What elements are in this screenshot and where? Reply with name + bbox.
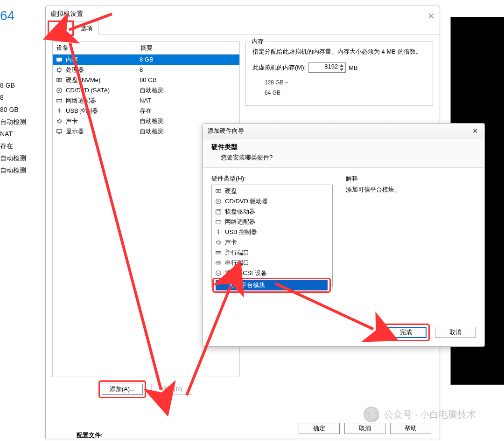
device-row[interactable]: 内存8 GB (53, 55, 239, 65)
hardware-type-item[interactable]: 硬盘 (212, 186, 332, 196)
hardware-type-item[interactable]: 可信平台模块 (216, 280, 328, 290)
display-icon (56, 128, 63, 135)
add-hardware-wizard-dialog: 添加硬件向导 ✕ 硬件类型 您要安装哪类硬件? 硬件类型(H): 硬盘CD/DV… (203, 123, 485, 347)
hardware-type-name: 并行端口 (225, 248, 249, 258)
memory-scale-mark: 128 GB – (265, 79, 426, 90)
device-row[interactable]: CD/DVD (SATA)自动检测 (53, 85, 239, 96)
memory-icon (56, 56, 63, 63)
wizard-titlebar[interactable]: 添加硬件向导 ✕ (203, 124, 484, 138)
device-summary: 自动检测 (137, 85, 239, 96)
device-name: 处理器 (66, 65, 84, 75)
device-row[interactable]: 处理器8 (53, 65, 239, 75)
scsi-icon (215, 269, 222, 277)
parallel-icon (215, 249, 222, 256)
device-name: 声卡 (66, 116, 78, 126)
svg-point-17 (219, 262, 220, 263)
hardware-type-item[interactable]: USB 控制器 (212, 227, 332, 237)
hardware-type-item[interactable]: 串行端口 (212, 258, 332, 268)
wizard-header: 硬件类型 您要安装哪类硬件? (203, 138, 484, 168)
watermark-text: 公众号 · 小白电脑技术 (384, 408, 476, 421)
net-icon (215, 218, 222, 226)
usb-icon (215, 228, 222, 236)
wizard-subheading: 您要安装哪类硬件? (221, 153, 476, 162)
bg-sidebar-item: 8 GB (0, 79, 42, 91)
hardware-type-name: 网络适配器 (225, 217, 255, 227)
hardware-type-item[interactable]: 软盘驱动器 (212, 207, 332, 217)
bg-sidebar-item: 自动检测 (0, 152, 42, 164)
bg-sidebar-item: NAT (0, 128, 42, 140)
sound-icon (56, 117, 63, 125)
add-button[interactable]: 添加(A)... (102, 384, 143, 395)
sound-icon (215, 239, 222, 246)
explanation-label: 解释 (346, 174, 476, 183)
tab-hardware[interactable]: 硬件 (49, 21, 73, 35)
bg-sidebar-item: 自动检测 (0, 164, 42, 176)
cd-icon (56, 87, 63, 94)
add-button-highlight: 添加(A)... (100, 382, 145, 397)
hardware-type-listbox[interactable]: 硬盘CD/DVD 驱动器软盘驱动器网络适配器USB 控制器声卡并行端口串行端口通… (211, 185, 333, 287)
memory-value: 8192 (324, 63, 338, 70)
remove-button[interactable]: 移除(R) (151, 384, 192, 395)
background-title: 64 (0, 8, 14, 23)
hardware-type-name: 通用 SCSI 设备 (225, 268, 267, 278)
memory-unit: MB (349, 64, 358, 71)
svg-point-7 (217, 190, 219, 192)
memory-spinner[interactable] (338, 63, 345, 72)
cancel-button[interactable]: 取消 (344, 423, 385, 434)
hardware-type-name: 可信平台模块 (228, 280, 266, 290)
svg-point-3 (57, 88, 62, 93)
memory-input[interactable]: 8192 (308, 62, 346, 73)
device-name: USB 控制器 (66, 106, 98, 116)
device-row[interactable]: USB 控制器存在 (53, 106, 239, 116)
finish-button-highlight: 完成 (384, 325, 428, 340)
help-button[interactable]: 帮助 (390, 423, 431, 434)
hardware-type-item[interactable]: CD/DVD 驱动器 (212, 196, 332, 207)
wizard-cancel-button[interactable]: 取消 (435, 327, 476, 338)
close-icon[interactable] (427, 10, 435, 17)
disk-icon (215, 187, 222, 195)
wizard-heading: 硬件类型 (211, 143, 476, 152)
device-row[interactable]: 网络适配器NAT (53, 96, 239, 106)
svg-rect-19 (220, 283, 224, 288)
wizard-close-icon[interactable]: ✕ (470, 124, 480, 138)
tab-options[interactable]: 选项 (75, 21, 99, 35)
tpm-item-highlight: 可信平台模块 (214, 279, 329, 291)
bg-sidebar-item: 自动检测 (0, 116, 42, 128)
hardware-type-name: 硬盘 (225, 186, 237, 196)
memory-label: 此虚拟机的内存(M): (252, 63, 306, 72)
ok-button[interactable]: 确定 (299, 423, 340, 434)
svg-rect-1 (58, 69, 61, 72)
svg-rect-11 (217, 209, 219, 211)
settings-titlebar[interactable]: 虚拟机设置 (46, 6, 440, 21)
finish-button[interactable]: 完成 (385, 327, 427, 338)
device-summary: 存在 (137, 106, 239, 116)
hardware-type-name: 串行端口 (225, 258, 249, 268)
disk-icon (56, 76, 63, 84)
column-summary[interactable]: 摘要 (137, 42, 239, 55)
hardware-type-item[interactable]: 通用 SCSI 设备 (212, 268, 332, 278)
hardware-type-item[interactable]: 并行端口 (212, 248, 332, 258)
device-summary: 8 (137, 65, 239, 75)
device-summary: NAT (137, 96, 239, 106)
serial-icon (215, 259, 222, 267)
column-device[interactable]: 设备 (53, 42, 137, 55)
device-name: CD/DVD (SATA) (66, 85, 110, 96)
svg-point-16 (218, 262, 218, 263)
hardware-type-name: 声卡 (225, 237, 237, 248)
svg-point-9 (218, 201, 219, 202)
settings-title: 虚拟机设置 (50, 10, 83, 17)
memory-description: 指定分配给此虚拟机的内存量。内存大小必须为 4 MB 的倍数。 (252, 48, 426, 56)
hardware-type-name: CD/DVD 驱动器 (225, 196, 268, 207)
device-row[interactable]: 硬盘 (NVMe)80 GB (53, 75, 239, 85)
hardware-type-item[interactable]: 声卡 (212, 237, 332, 248)
bg-sidebar-item: 80 GB (0, 103, 42, 116)
hardware-type-label: 硬件类型(H): (211, 174, 333, 183)
device-summary: 80 GB (137, 75, 239, 85)
watermark: 公众号 · 小白电脑技术 (364, 407, 476, 422)
svg-rect-6 (57, 130, 62, 133)
svg-point-4 (59, 90, 60, 91)
memory-scale: 128 GB –64 GB – (265, 79, 426, 100)
hardware-type-item[interactable]: 网络适配器 (212, 217, 332, 227)
device-name: 显示器 (66, 126, 84, 137)
svg-rect-0 (57, 58, 62, 61)
